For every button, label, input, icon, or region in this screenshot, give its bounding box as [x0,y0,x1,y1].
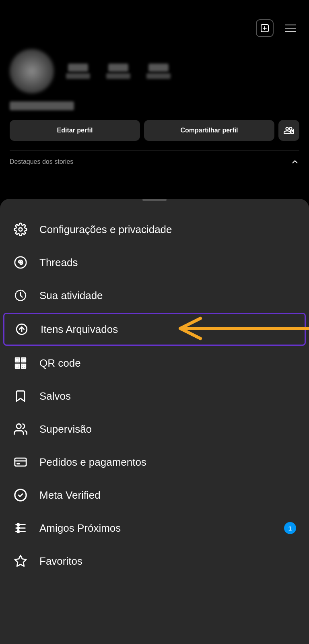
add-friend-button[interactable] [278,120,299,141]
favorites-label: Favoritos [39,555,82,568]
orders-label: Pedidos e pagamentos [39,456,146,469]
threads-icon [13,255,28,270]
settings-label: Configurações e privacidade [39,223,172,236]
svg-rect-24 [15,458,26,466]
stat-following [146,64,171,79]
qrcode-label: QR code [39,357,81,369]
profile-stats [66,64,299,79]
payments-icon [13,454,28,470]
supervision-label: Supervisão [39,423,92,436]
meta-icon [13,487,28,503]
svg-point-28 [15,489,26,501]
close-friends-label: Amigos Próximos [39,522,121,535]
sheet-handle [142,199,167,201]
svg-rect-17 [16,365,18,367]
menu-item-supervision[interactable]: Supervisão [0,413,309,446]
profile-header [10,0,299,45]
svg-point-32 [17,524,20,526]
menu-item-saved[interactable]: Salvos [0,380,309,413]
menu-item-close-friends[interactable]: Amigos Próximos 1 [0,512,309,545]
svg-rect-22 [24,367,26,368]
saved-icon [13,388,28,404]
activity-icon [13,288,28,303]
menu-item-meta[interactable]: Meta Verified [0,479,309,512]
menu-button[interactable] [282,19,299,37]
new-post-button[interactable] [256,19,274,37]
menu-item-threads[interactable]: Threads [0,246,309,279]
profile-info-row [10,49,299,93]
menu-item-orders[interactable]: Pedidos e pagamentos [0,446,309,479]
menu-item-favorites[interactable]: Favoritos [0,545,309,578]
stat-followers [106,64,130,79]
profile-name [10,101,74,110]
friends-icon [13,520,28,536]
svg-rect-16 [23,359,25,361]
profile-buttons: Editar perfil Compartilhar perfil [10,120,299,141]
svg-point-34 [17,530,20,533]
svg-point-5 [19,228,23,231]
svg-rect-15 [16,359,18,361]
saved-label: Salvos [39,390,71,402]
edit-profile-button[interactable]: Editar perfil [10,120,140,141]
meta-label: Meta Verified [39,489,101,502]
stat-posts [66,64,90,79]
threads-label: Threads [39,256,78,269]
activity-label: Sua atividade [39,289,103,302]
stories-label: Destaques dos stories [10,158,73,165]
favorites-icon [13,553,28,569]
svg-point-7 [20,262,21,263]
menu-item-activity[interactable]: Sua atividade [0,279,309,312]
svg-marker-35 [15,555,26,566]
profile-area: Editar perfil Compartilhar perfil Destaq… [0,0,309,193]
menu-item-archived[interactable]: Itens Arquivados [3,313,306,346]
qr-icon [13,355,28,371]
archived-label: Itens Arquivados [41,323,118,336]
svg-rect-19 [22,364,23,366]
bottom-sheet: Configurações e privacidade Threads Sua … [0,199,309,644]
close-friends-badge: 1 [284,522,296,534]
menu-item-settings[interactable]: Configurações e privacidade [0,213,309,246]
archive-icon [14,322,29,337]
share-profile-button[interactable]: Compartilhar perfil [144,120,274,141]
stories-bar: Destaques dos stories [10,151,299,166]
svg-rect-21 [22,367,23,368]
svg-point-33 [17,527,20,529]
avatar [10,49,54,93]
svg-rect-20 [24,364,26,366]
svg-point-23 [16,424,21,428]
supervision-icon [13,421,28,437]
menu-item-qrcode[interactable]: QR code [0,347,309,380]
settings-icon [13,222,28,237]
